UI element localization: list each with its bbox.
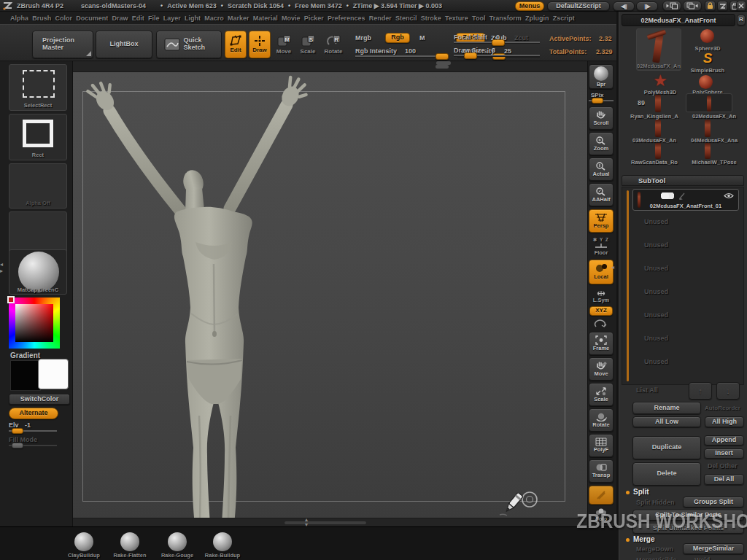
quick-sketch-button[interactable]: Quick Sketch: [156, 31, 222, 58]
right-panel-collapse-arrow[interactable]: ◂: [611, 264, 614, 271]
menu-tool[interactable]: Tool: [472, 15, 485, 22]
tool-r-button[interactable]: R: [737, 15, 746, 26]
split-to-similar-parts-button[interactable]: Split To Similar Parts: [632, 510, 744, 521]
menu-document[interactable]: Document: [76, 15, 108, 22]
split-unmasked-points-button[interactable]: Split Unmasked Points: [632, 523, 744, 534]
weld-button[interactable]: Weld: [694, 556, 710, 560]
list-all-button[interactable]: List All: [636, 386, 658, 394]
insert-button[interactable]: Insert: [704, 448, 744, 459]
brush-rake-flatten-thumb[interactable]: [120, 532, 139, 551]
menu-texture[interactable]: Texture: [445, 15, 468, 22]
split-hidden-button[interactable]: Split Hidden: [636, 499, 675, 506]
scroll-tool-button[interactable]: Scroll: [589, 106, 614, 130]
fill-mode-slider[interactable]: Fill Mode: [9, 435, 60, 448]
menu-stroke[interactable]: Stroke: [421, 15, 441, 22]
menu-layer[interactable]: Layer: [163, 15, 181, 22]
rgb-button[interactable]: Rgb: [385, 33, 410, 43]
menu-picker[interactable]: Picker: [304, 15, 324, 22]
rgb-intensity-track[interactable]: [355, 55, 449, 57]
alpha-shape-thumb[interactable]: Rect: [9, 114, 67, 160]
menu-color[interactable]: Color: [55, 15, 73, 22]
subtool-header[interactable]: SubTool: [622, 175, 744, 186]
menu-marker[interactable]: Marker: [228, 15, 249, 22]
polypaint-toggle-icon[interactable]: [661, 192, 674, 199]
prev-document-button[interactable]: [662, 1, 681, 11]
subtool-scrollbar[interactable]: [627, 190, 629, 381]
menu-alpha[interactable]: Alpha: [10, 15, 28, 22]
tool-medusa04-thumb[interactable]: [705, 120, 711, 137]
spix-slider[interactable]: SPix: [589, 92, 614, 104]
scale-mode-button[interactable]: S Scale: [297, 31, 319, 58]
elv-slider[interactable]: Elv -1: [9, 421, 60, 435]
elv-knob[interactable]: [12, 428, 23, 434]
menu-zplugin[interactable]: Zplugin: [525, 15, 549, 22]
tool-medusa03-thumb[interactable]: [655, 120, 661, 137]
fill-mode-knob[interactable]: [12, 443, 23, 448]
tool-medusa02-thumb[interactable]: [686, 93, 732, 112]
transp-button[interactable]: Transp: [589, 459, 614, 483]
rename-button[interactable]: Rename: [632, 402, 701, 414]
shelf-scroll-nub[interactable]: [436, 61, 451, 65]
lsym-button[interactable]: L.Sym: [589, 287, 614, 306]
canvas-h-scrollbar[interactable]: [436, 65, 449, 69]
spix-knob[interactable]: [592, 98, 603, 104]
menu-material[interactable]: Material: [253, 15, 278, 22]
alt-color-swatch[interactable]: [38, 359, 69, 389]
menu-stencil[interactable]: Stencil: [395, 15, 417, 22]
tool-simplebrush-thumb[interactable]: S: [700, 51, 715, 66]
tool-michael-thumb[interactable]: [705, 143, 711, 159]
tool-ryan-thumb[interactable]: [655, 95, 661, 112]
scale-view-button[interactable]: Scale: [589, 383, 614, 406]
menu-transform[interactable]: Transform: [489, 15, 522, 22]
subtool-item-selected[interactable]: 02MedusaFX_AnatFront_01: [632, 189, 739, 211]
subtool-up-button[interactable]: ↑: [689, 382, 712, 400]
merge-section-header[interactable]: Merge: [633, 535, 654, 543]
aahalf-button[interactable]: AAHalf: [589, 183, 614, 206]
tool-rawscan-thumb[interactable]: [655, 143, 661, 159]
polyframe-button[interactable]: PolyF: [589, 434, 614, 457]
rgb-intensity-knob[interactable]: [436, 53, 449, 60]
menu-movie[interactable]: Movie: [282, 15, 301, 22]
split-section-header[interactable]: Split: [633, 488, 649, 496]
move-mode-button[interactable]: M Move: [273, 31, 295, 58]
merge-visible-button[interactable]: MergeVisible: [636, 556, 676, 560]
subtool-down-button[interactable]: ↓: [716, 382, 740, 400]
focal-shift-slider-group[interactable]: Focal Shift 0: [454, 32, 541, 45]
brush-claybuildup-thumb[interactable]: [74, 532, 93, 551]
merge-similar-button[interactable]: MergeSimilar: [683, 543, 744, 554]
zoom-tool-button[interactable]: Zoom: [589, 132, 614, 155]
projection-master-button[interactable]: Projection Master: [32, 31, 93, 58]
scroll-up-down-arrows-icon[interactable]: ▴▾: [305, 517, 308, 526]
left-tray-collapse-arrow[interactable]: ◂▸: [0, 261, 3, 274]
default-zscript-button[interactable]: DefaultZScript: [547, 1, 610, 11]
all-high-button[interactable]: All High: [705, 416, 744, 427]
material-thumb[interactable]: MatCap GreenC: [9, 249, 67, 295]
menu-zscript[interactable]: Zscript: [553, 15, 575, 22]
menu-edit[interactable]: Edit: [132, 15, 144, 22]
xyz-button[interactable]: XYZ: [589, 306, 613, 316]
brush-rake-buildup-thumb[interactable]: [213, 532, 232, 551]
draw-mode-button[interactable]: Draw: [249, 31, 271, 58]
move-view-button[interactable]: Move: [589, 357, 614, 381]
edit-mode-button[interactable]: Edit: [225, 31, 247, 58]
lightbox-button[interactable]: LightBox: [96, 31, 152, 58]
menu-file[interactable]: File: [148, 15, 160, 22]
tool-header[interactable]: 02MedusaFX_AnatFront: [622, 14, 735, 26]
m-button[interactable]: M: [419, 34, 425, 42]
color-picker-saturation-square[interactable]: [15, 304, 53, 342]
ghost-button[interactable]: [589, 486, 614, 505]
canvas-area[interactable]: ▴▾: [73, 61, 587, 526]
menu-preferences[interactable]: Preferences: [328, 15, 365, 22]
alternate-button[interactable]: Alternate: [9, 408, 58, 419]
lock-ui-button[interactable]: [705, 1, 716, 11]
bpr-render-button[interactable]: Bpr: [589, 64, 614, 89]
stroke-selector-thumb[interactable]: SelectRect: [9, 64, 67, 111]
autoreorder-button[interactable]: AutoReorder: [705, 405, 740, 411]
rotate-view-button[interactable]: [593, 319, 609, 330]
next-document-button[interactable]: [683, 1, 702, 11]
close-window-button[interactable]: [736, 1, 746, 11]
canvas-h-scrollbar-bottom[interactable]: [285, 521, 366, 524]
draw-size-slider-group[interactable]: Draw Size 8: [454, 45, 541, 58]
minimize-button[interactable]: [717, 1, 728, 11]
alpha-off-thumb[interactable]: Alpha Off: [9, 163, 67, 209]
